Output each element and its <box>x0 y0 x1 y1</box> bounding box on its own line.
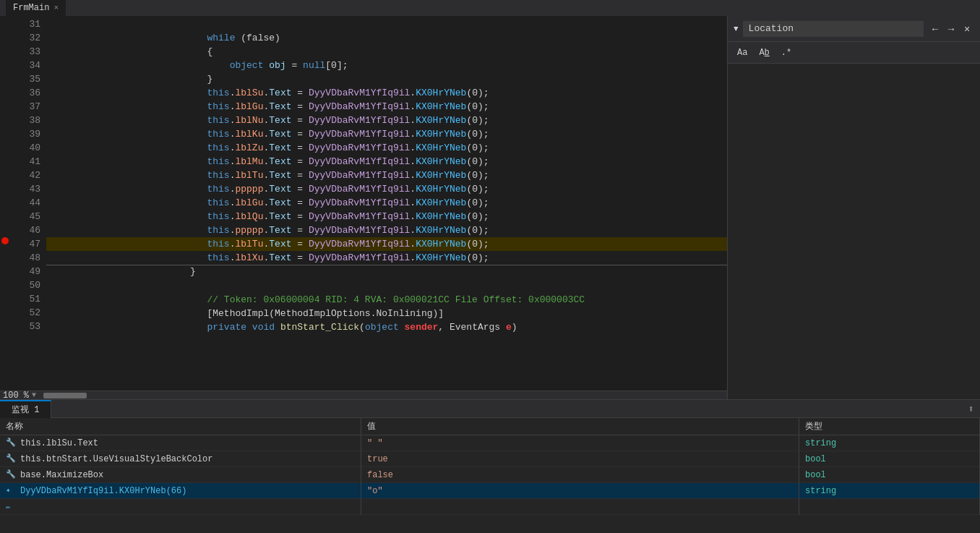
nav-forward-button[interactable]: → <box>944 22 958 36</box>
watch-tab-1-label: 监视 1 <box>12 404 39 416</box>
tab-close-icon[interactable]: × <box>53 4 59 12</box>
watch-cell-name-empty: ✏ <box>0 499 361 515</box>
watch-cell-value-4: "o" <box>361 483 799 499</box>
watch-cell-type-3: bool <box>799 467 980 483</box>
watch-type-3: bool <box>805 470 826 480</box>
code-content: 31 32 33 34 35 36 37 38 39 40 41 42 43 4… <box>0 16 727 391</box>
watch-value-1: " " <box>367 438 383 448</box>
watch-name-4: DyyVDbaRvM1YfIq9il.KX0HrYNeb(66) <box>20 486 186 496</box>
watch-grid: 名称 值 类型 🔧 this.lblSu.Text " " <box>0 418 980 533</box>
watch-value-4: "o" <box>367 486 383 496</box>
watch-row-2[interactable]: 🔧 this.btnStart.UseVisualStyleBackColor … <box>0 451 980 467</box>
watch-cell-type-2: bool <box>799 451 980 467</box>
watch-header: 名称 值 类型 <box>0 418 980 435</box>
watch-row-empty[interactable]: ✏ <box>0 499 980 515</box>
watch-type-2: bool <box>805 454 826 464</box>
watch-col-name: 名称 <box>0 418 361 435</box>
gutter <box>0 16 10 391</box>
tab-label: FrmMain <box>13 3 49 13</box>
horizontal-scrollbar-thumb[interactable] <box>43 393 87 398</box>
location-header: ▼ Location ← → × <box>728 16 980 42</box>
watch-cell-type-4: string <box>799 483 980 499</box>
special-icon-4: ✦ <box>6 485 17 497</box>
watch-cell-value-3: false <box>361 467 799 483</box>
watch-row-1[interactable]: 🔧 this.lblSu.Text " " string <box>0 435 980 451</box>
line-numbers: 31 32 33 34 35 36 37 38 39 40 41 42 43 4… <box>10 16 46 391</box>
wrench-icon-2: 🔧 <box>6 453 17 465</box>
watch-value-2: true <box>367 454 388 464</box>
code-editor[interactable]: 31 32 33 34 35 36 37 38 39 40 41 42 43 4… <box>0 16 727 399</box>
watch-type-4: string <box>805 486 836 496</box>
watch-cell-value-2: true <box>361 451 799 467</box>
breakpoint-indicator <box>1 237 9 244</box>
watch-cell-name-4: ✦ DyyVDbaRvM1YfIq9il.KX0HrYNeb(66) <box>0 483 361 499</box>
location-title-text: Location <box>749 23 794 34</box>
title-bar: FrmMain × <box>0 0 980 16</box>
watch-name-3: base.MaximizeBox <box>20 470 103 480</box>
watch-cell-name-3: 🔧 base.MaximizeBox <box>0 467 361 483</box>
zoom-control: 100 % ▼ <box>0 391 36 400</box>
watch-cell-type-1: string <box>799 435 980 451</box>
nav-close-button[interactable]: × <box>960 22 974 36</box>
watch-row-3[interactable]: 🔧 base.MaximizeBox false bool <box>0 467 980 483</box>
use-regex-button[interactable]: .* <box>778 46 795 59</box>
match-case-button[interactable]: Aa <box>734 46 751 59</box>
watch-cell-name-2: 🔧 this.btnStart.UseVisualStyleBackColor <box>0 451 361 467</box>
watch-name-1: this.lblSu.Text <box>20 438 98 448</box>
zoom-level: 100 % <box>3 391 29 400</box>
main-container: 31 32 33 34 35 36 37 38 39 40 41 42 43 4… <box>0 16 980 533</box>
zoom-dropdown-arrow[interactable]: ▼ <box>32 391 36 399</box>
editor-and-panel: 31 32 33 34 35 36 37 38 39 40 41 42 43 4… <box>0 16 980 399</box>
watch-cell-value-1: " " <box>361 435 799 451</box>
location-panel: ▼ Location ← → × Aa Ab .* <box>727 16 980 399</box>
search-options-bar: Aa Ab .* <box>728 42 980 64</box>
watch-tab-bar: 监视 1 ⬆ <box>0 400 980 418</box>
watch-name-2: this.btnStart.UseVisualStyleBackColor <box>20 454 212 464</box>
watch-tab-1[interactable]: 监视 1 <box>0 400 51 418</box>
watch-cell-type-empty <box>799 499 980 515</box>
edit-pencil-icon: ✏ <box>6 502 11 511</box>
nav-buttons: ← → × <box>928 22 974 36</box>
watch-cell-name-1: 🔧 this.lblSu.Text <box>0 435 361 451</box>
code-line-50: // Token: 0x06000004 RID: 4 RVA: 0x00002… <box>46 279 727 293</box>
code-area[interactable]: while (false) { object obj = null[0]; <box>46 16 727 391</box>
watch-value-3: false <box>367 470 393 480</box>
scroll-bar[interactable]: 100 % ▼ <box>0 391 727 399</box>
nav-back-button[interactable]: ← <box>928 22 942 36</box>
match-whole-word-button[interactable]: Ab <box>755 46 773 59</box>
watch-type-1: string <box>805 438 836 448</box>
panel-dropdown-icon[interactable]: ▼ <box>734 25 739 33</box>
watch-col-value: 值 <box>361 418 799 435</box>
watch-col-type: 类型 <box>799 418 980 435</box>
editor-tab[interactable]: FrmMain × <box>6 0 66 16</box>
watch-cell-value-empty <box>361 499 799 515</box>
wrench-icon-1: 🔧 <box>6 438 17 449</box>
code-line-31: while (false) <box>46 17 727 31</box>
watch-panel: 监视 1 ⬆ 名称 值 类型 🔧 this.lblSu.Text <box>0 399 980 533</box>
wrench-icon-3: 🔧 <box>6 469 17 481</box>
watch-row-4[interactable]: ✦ DyyVDbaRvM1YfIq9il.KX0HrYNeb(66) "o" s… <box>0 483 980 499</box>
location-title-box: Location <box>743 21 924 37</box>
watch-panel-expand[interactable]: ⬆ <box>963 403 980 415</box>
